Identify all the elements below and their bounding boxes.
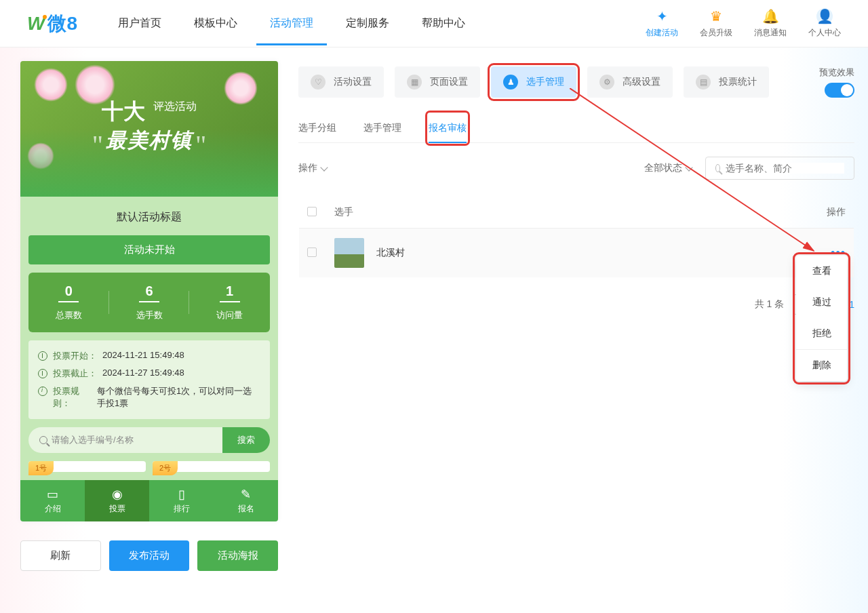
nav-intro[interactable]: ▭ 介绍 bbox=[20, 480, 85, 521]
stats-icon: ▤ bbox=[696, 75, 711, 90]
candidate-thumbnail bbox=[334, 238, 364, 268]
tab-candidate-manage[interactable]: ♟ 选手管理 bbox=[491, 66, 576, 98]
subtab-audit[interactable]: 报名审核 bbox=[429, 114, 467, 142]
candidate-search-button[interactable]: 搜索 bbox=[222, 427, 270, 453]
gear-icon: ⚙ bbox=[599, 75, 614, 90]
candidate-card[interactable]: 2号 bbox=[153, 461, 270, 472]
tab-page-settings[interactable]: ▦ 页面设置 bbox=[395, 66, 480, 98]
nav-signup[interactable]: ✎ 报名 bbox=[214, 480, 278, 521]
pagination: 共 1 条 上一页 1 bbox=[298, 294, 854, 315]
clock-icon bbox=[38, 351, 47, 361]
stat-candidates: 6 选手数 bbox=[109, 283, 190, 321]
preview-sidebar: 十大 评选活动 " 最美村镇 " 默认活动标题 活动未开始 0 总票数 bbox=[20, 61, 278, 586]
subtab-manage[interactable]: 选手管理 bbox=[363, 114, 401, 142]
menu-approve[interactable]: 通过 bbox=[796, 287, 847, 318]
menu-delete[interactable]: 删除 bbox=[796, 350, 847, 381]
search-icon bbox=[715, 164, 720, 172]
stats-panel: 0 总票数 6 选手数 1 访问量 bbox=[28, 273, 270, 332]
layout-icon: ▦ bbox=[407, 75, 422, 90]
candidates-table: 选手 操作 北溪村 ••• 查看 通过 拒绝 删除 bbox=[298, 196, 854, 278]
candidate-card[interactable]: 1号 bbox=[28, 461, 146, 472]
tab-advanced-settings[interactable]: ⚙ 高级设置 bbox=[587, 66, 673, 98]
nav-templates[interactable]: 模板中心 bbox=[194, 1, 237, 45]
select-all-checkbox[interactable] bbox=[307, 207, 317, 216]
nav-custom-service[interactable]: 定制服务 bbox=[346, 1, 389, 45]
clock-icon bbox=[38, 369, 47, 378]
table-search-input[interactable] bbox=[726, 163, 844, 174]
poster-button[interactable]: 活动海报 bbox=[197, 540, 278, 571]
nav-help[interactable]: 帮助中心 bbox=[422, 1, 465, 45]
preview-bottom-nav: ▭ 介绍 ◉ 投票 ▯ 排行 ✎ 报名 bbox=[20, 480, 278, 521]
vote-icon: ◉ bbox=[85, 487, 149, 502]
menu-view[interactable]: 查看 bbox=[796, 256, 847, 287]
candidate-search-input[interactable]: 请输入选手编号/名称 bbox=[28, 427, 222, 453]
main-nav: 用户首页 模板中心 活动管理 定制服务 帮助中心 bbox=[118, 1, 646, 45]
doc-icon: ▭ bbox=[20, 487, 85, 502]
search-icon bbox=[39, 436, 47, 444]
profile-button[interactable]: 👤 个人中心 bbox=[808, 8, 841, 39]
user-icon: ♟ bbox=[503, 75, 518, 90]
subtabs: 选手分组 选手管理 报名审核 bbox=[298, 114, 854, 143]
settings-toolbar: ♡ 活动设置 ▦ 页面设置 ♟ 选手管理 ⚙ 高级设置 ▤ 投票统计 预览效果 bbox=[298, 66, 854, 98]
logo[interactable]: W 微 8 bbox=[27, 11, 77, 37]
table-header: 选手 操作 bbox=[299, 197, 854, 229]
chart-icon: ▯ bbox=[149, 487, 214, 502]
preview-toggle[interactable] bbox=[825, 83, 854, 98]
nav-activity-manage[interactable]: 活动管理 bbox=[270, 1, 313, 45]
menu-reject[interactable]: 拒绝 bbox=[796, 318, 847, 349]
bell-icon: 🔔 bbox=[762, 8, 778, 24]
notifications-button[interactable]: 🔔 消息通知 bbox=[754, 8, 787, 39]
stat-visits: 1 访问量 bbox=[189, 283, 270, 321]
row-checkbox[interactable] bbox=[307, 248, 317, 257]
page-number[interactable]: 1 bbox=[849, 299, 854, 310]
chevron-down-icon bbox=[320, 163, 328, 171]
activity-title: 默认活动标题 bbox=[28, 205, 270, 235]
member-upgrade-button[interactable]: ♛ 会员升级 bbox=[700, 8, 732, 39]
nav-home[interactable]: 用户首页 bbox=[118, 1, 161, 45]
main-content: ♡ 活动设置 ▦ 页面设置 ♟ 选手管理 ⚙ 高级设置 ▤ 投票统计 预览效果 bbox=[298, 61, 854, 586]
nav-rank[interactable]: ▯ 排行 bbox=[149, 480, 214, 521]
tab-vote-stats[interactable]: ▤ 投票统计 bbox=[684, 66, 769, 98]
rules-panel: 投票开始： 2024-11-21 15:49:48 投票截止： 2024-11-… bbox=[28, 340, 270, 419]
subtab-groups[interactable]: 选手分组 bbox=[298, 114, 336, 142]
user-icon: 👤 bbox=[816, 8, 833, 24]
edit-icon: ✎ bbox=[214, 487, 278, 502]
refresh-button[interactable]: 刷新 bbox=[20, 540, 101, 571]
stat-votes: 0 总票数 bbox=[28, 283, 109, 321]
create-activity-button[interactable]: ✦ 创建活动 bbox=[646, 8, 678, 39]
sparkle-icon: ✦ bbox=[654, 8, 670, 24]
publish-button[interactable]: 发布活动 bbox=[109, 540, 190, 571]
nav-vote[interactable]: ◉ 投票 bbox=[85, 480, 149, 521]
top-header: W 微 8 用户首页 模板中心 活动管理 定制服务 帮助中心 ✦ 创建活动 ♛ … bbox=[0, 0, 868, 47]
header-actions: ✦ 创建活动 ♛ 会员升级 🔔 消息通知 👤 个人中心 bbox=[646, 8, 841, 39]
activity-banner: 十大 评选活动 " 最美村镇 " bbox=[20, 61, 278, 197]
preview-toggle-group: 预览效果 bbox=[819, 66, 854, 98]
tab-activity-settings[interactable]: ♡ 活动设置 bbox=[298, 66, 384, 98]
info-icon bbox=[38, 387, 47, 396]
filter-bar: 操作 全部状态 bbox=[298, 157, 854, 180]
crown-icon: ♛ bbox=[708, 8, 724, 24]
table-search[interactable] bbox=[705, 157, 854, 180]
status-dropdown[interactable]: 全部状态 bbox=[644, 162, 692, 174]
chevron-down-icon bbox=[685, 163, 692, 171]
heart-icon: ♡ bbox=[311, 75, 326, 90]
table-row: 北溪村 ••• 查看 通过 拒绝 删除 bbox=[299, 229, 854, 277]
action-dropdown[interactable]: 操作 bbox=[298, 162, 327, 174]
activity-status: 活动未开始 bbox=[28, 235, 270, 264]
row-action-menu: 查看 通过 拒绝 删除 bbox=[796, 256, 847, 381]
